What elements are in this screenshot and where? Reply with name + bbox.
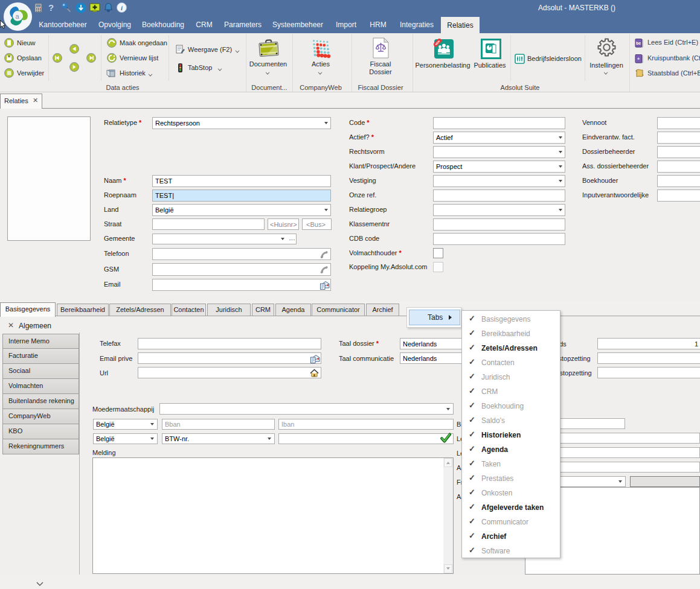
svg-text:a: a — [15, 13, 19, 20]
svg-text:+: + — [637, 57, 640, 61]
svg-text:be: be — [636, 41, 641, 45]
